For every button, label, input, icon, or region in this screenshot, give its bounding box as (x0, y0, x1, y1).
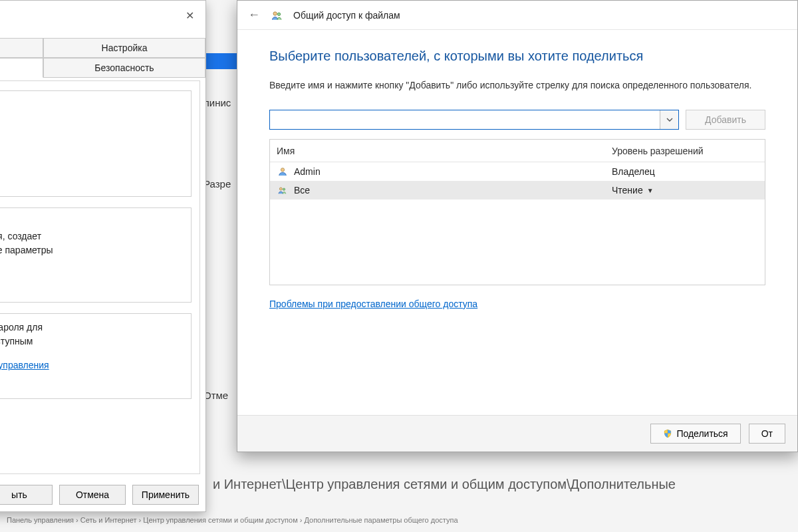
user-list: Имя Уровень разрешений AdminВладелецВсеЧ… (269, 139, 765, 285)
bg-label: Разре (203, 178, 231, 190)
shield-icon (663, 429, 672, 438)
chevron-down-icon[interactable] (660, 110, 678, 129)
people-icon (271, 9, 284, 22)
permission-label: Чтение (612, 185, 643, 196)
cell-name: Все (270, 184, 605, 196)
tab-settings[interactable]: Настройка (43, 38, 205, 58)
network-center-link[interactable]: Центр управления (0, 360, 49, 370)
close-icon[interactable]: ✕ (180, 6, 199, 25)
list-row[interactable]: ВсеЧтение▼ (270, 181, 765, 200)
tab-strip: и Настройка ступ Безопасность (0, 38, 205, 78)
list-row[interactable]: AdminВладелец (270, 162, 765, 181)
add-button[interactable]: Добавить (686, 110, 765, 130)
apply-button[interactable]: Применить (132, 485, 199, 505)
svg-point-1 (277, 13, 280, 15)
svg-point-3 (279, 188, 282, 190)
background-accent-stripe (206, 53, 239, 69)
label: ие учетной записи и пароля для (0, 321, 183, 335)
cancel-button[interactable]: От (749, 424, 785, 444)
properties-body: файлам и папкам туп бщего доступа ательс… (0, 80, 200, 474)
user-icon (277, 166, 289, 178)
label: туп (0, 131, 183, 146)
cancel-button[interactable]: Отмена (59, 485, 126, 505)
user-name-label: Все (294, 185, 310, 196)
cell-permission: Владелец (605, 166, 765, 177)
svg-point-2 (281, 168, 284, 172)
label: бщего доступа (0, 215, 183, 229)
tab-security[interactable]: Безопасность (43, 58, 205, 78)
label: т доступ к папкам, доступным (0, 334, 183, 349)
user-name-label: Admin (294, 166, 321, 177)
chevron-down-icon[interactable]: ▼ (647, 187, 654, 194)
group-icon (277, 184, 289, 196)
cell-name: Admin (270, 166, 605, 178)
instruction-text: Введите имя и нажмите кнопку "Добавить" … (269, 78, 765, 92)
user-input[interactable] (270, 110, 660, 129)
breadcrumb: Панель управления › Сеть и Интернет › Це… (0, 516, 458, 524)
ok-button[interactable]: ыть (0, 485, 53, 505)
cell-permission[interactable]: Чтение▼ (605, 185, 765, 196)
permission-label: Владелец (612, 166, 655, 177)
tab-sharing[interactable]: ступ (0, 58, 43, 78)
tab-generic-1[interactable]: и (0, 38, 43, 58)
column-header-name[interactable]: Имя (270, 146, 605, 156)
properties-dialog: ✕ и Настройка ступ Безопасность файлам и… (0, 0, 206, 512)
label: ательские разрешения, создает (0, 229, 183, 244)
bg-label: Отме (203, 390, 228, 401)
user-combobox[interactable] (269, 110, 679, 130)
dialog-title: Общий доступ к файлам (293, 10, 400, 21)
troubleshoot-link[interactable]: Проблемы при предоставлении общего досту… (269, 299, 477, 309)
label: ругие дополнительные параметры (0, 243, 183, 258)
bg-label: линис (203, 97, 231, 108)
page-heading: Выберите пользователей, с которыми вы хо… (269, 49, 765, 64)
file-sharing-dialog: ← Общий доступ к файлам Выберите пользов… (237, 0, 798, 452)
titlebar: ← Общий доступ к файлам (237, 1, 797, 30)
svg-point-0 (273, 11, 277, 15)
back-icon[interactable]: ← (247, 8, 261, 22)
column-header-permission[interactable]: Уровень разрешений (605, 146, 765, 156)
share-button-label: Поделиться (676, 428, 728, 439)
bg-path-text: и Интернет\Центр управления сетями и общ… (213, 477, 676, 492)
svg-point-4 (283, 188, 285, 190)
share-button[interactable]: Поделиться (650, 424, 740, 444)
label: файлам и папкам (0, 98, 183, 112)
